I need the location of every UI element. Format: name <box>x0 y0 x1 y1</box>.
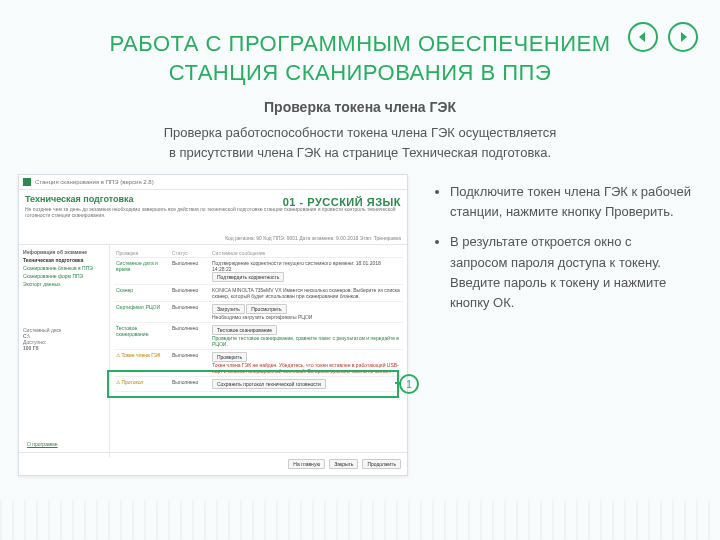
continue-button[interactable]: Продолжить <box>362 459 401 469</box>
load-cert-button[interactable]: Загрузить <box>212 304 245 314</box>
instruction-step: В результате откроется окно с запросом п… <box>450 232 692 313</box>
slide-title: РАБОТА С ПРОГРАММНЫМ ОБЕСПЕЧЕНИЕМ СТАНЦИ… <box>0 0 720 89</box>
home-button[interactable]: На главную <box>288 459 325 469</box>
test-scan-button[interactable]: Тестовое сканирование <box>212 325 277 335</box>
about-link[interactable]: О программе <box>27 441 58 447</box>
sidebar-item[interactable]: Сканирование бланков в ППЭ <box>23 265 105 271</box>
close-button[interactable]: Закрыть <box>329 459 358 469</box>
table-row: Системное дата и время Выполнено Подтвер… <box>114 258 403 285</box>
confirm-time-button[interactable]: Подтвердить корректность <box>212 272 284 282</box>
window-titlebar: Станция сканирования в ППЭ (версия 2.8) <box>19 175 407 190</box>
app-icon <box>23 178 31 186</box>
checks-panel: Проверка Статус Системное сообщение Сист… <box>110 245 407 457</box>
sidebar-item[interactable]: Сканирование форм ППЭ <box>23 273 105 279</box>
table-row: Тестовое сканирование Выполнено Тестовое… <box>114 323 403 350</box>
table-row: Сканер Выполнено KONICA MINOLTA 735eMV V… <box>114 285 403 302</box>
sidebar-section-1: Информация об экзамене <box>23 249 105 255</box>
app-screenshot: Станция сканирования в ППЭ (версия 2.8) … <box>18 174 408 476</box>
subject-label: 01 - РУССКИЙ ЯЗЫК <box>283 196 401 208</box>
intro-line1: Проверка работоспособности токена члена … <box>60 123 660 143</box>
title-line2: СТАНЦИЯ СКАНИРОВАНИЯ В ППЭ <box>40 59 680 88</box>
col-message: Системное сообщение <box>210 249 403 258</box>
save-protocol-button[interactable]: Сохранить протокол технической готовност… <box>212 379 326 389</box>
sidebar-item-active[interactable]: Техническая подготовка <box>23 257 105 263</box>
sidebar-item[interactable]: Экспорт данных <box>23 281 105 287</box>
title-line1: РАБОТА С ПРОГРАММНЫМ ОБЕСПЕЧЕНИЕМ <box>40 30 680 59</box>
disk-available-value: 100 Гб <box>23 345 105 351</box>
prev-slide-button[interactable] <box>628 22 658 52</box>
next-slide-button[interactable] <box>668 22 698 52</box>
view-cert-button[interactable]: Просмотреть <box>246 304 286 314</box>
slide-nav <box>628 22 698 52</box>
check-token-button[interactable]: Проверить <box>212 352 247 362</box>
table-row: ⚠ Протокол Выполнено Сохранить протокол … <box>114 377 403 392</box>
sidebar: Информация об экзамене Техническая подго… <box>19 245 110 457</box>
instruction-step: Подключите токен члена ГЭК к рабочей ста… <box>450 182 692 222</box>
slide-subtitle: Проверка токена члена ГЭК <box>0 89 720 123</box>
instructions: Подключите токен члена ГЭК к рабочей ста… <box>420 174 702 476</box>
table-row-token: ⚠ Токен члена ГЭК Выполнено ПроверитьТок… <box>114 350 403 377</box>
col-status: Статус <box>170 249 210 258</box>
table-row: Сертификат РЦОИ Выполнено Загрузить Прос… <box>114 302 403 323</box>
exam-meta: Код региона: 90 Код ППЭ: 9001 Дата экзам… <box>225 235 401 241</box>
intro-line2: в присутствии члена ГЭК на странице Техн… <box>60 143 660 163</box>
background-decoration <box>0 500 720 540</box>
footer-bar: На главную Закрыть Продолжить <box>19 452 407 475</box>
slide-intro: Проверка работоспособности токена члена … <box>0 123 720 174</box>
callout-number: 1 <box>399 374 419 394</box>
col-check: Проверка <box>114 249 170 258</box>
window-title: Станция сканирования в ППЭ (версия 2.8) <box>35 179 154 185</box>
checks-table: Проверка Статус Системное сообщение Сист… <box>114 249 403 392</box>
